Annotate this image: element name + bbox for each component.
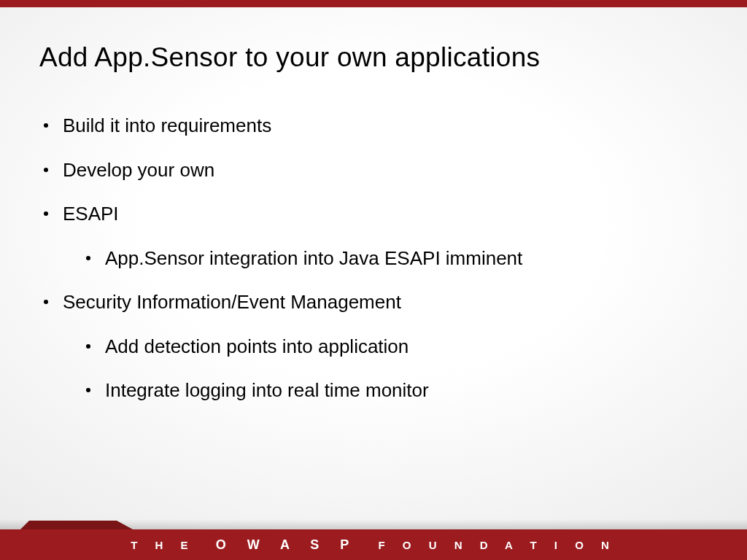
top-accent-bar	[0, 0, 747, 7]
bullet-text: ESAPI	[63, 202, 119, 226]
bullet-dot-icon	[44, 300, 48, 304]
bullet-item: Security Information/Event Management	[44, 290, 718, 314]
footer-bar: T H E O W A S P F O U N D A T I O N	[0, 529, 747, 560]
bullet-item: ESAPI	[44, 202, 718, 226]
bullet-dot-icon	[86, 344, 90, 349]
bullet-text: Integrate logging into real time monitor	[105, 378, 429, 402]
bullet-dot-icon	[86, 256, 90, 260]
bullet-dot-icon	[44, 211, 48, 216]
bullet-dot-icon	[86, 388, 90, 392]
bullet-item: Integrate logging into real time monitor	[86, 378, 718, 402]
bullet-item: Develop your own	[44, 158, 718, 182]
footer-text: T H E O W A S P F O U N D A T I O N	[131, 537, 616, 553]
bullet-text: Add detection points into application	[105, 335, 409, 359]
bullet-item: Add detection points into application	[86, 335, 718, 359]
slide-title: Add App.Sensor to your own applications	[39, 42, 540, 73]
bullet-dot-icon	[44, 123, 48, 128]
bullet-text: Build it into requirements	[63, 114, 271, 138]
bullet-item: App.Sensor integration into Java ESAPI i…	[86, 246, 718, 271]
slide-body: Build it into requirements Develop your …	[44, 114, 718, 423]
bullet-dot-icon	[44, 168, 48, 172]
bullet-text: Develop your own	[63, 158, 214, 182]
footer-text-right: F O U N D A T I O N	[378, 539, 616, 551]
bullet-item: Build it into requirements	[44, 114, 718, 138]
bullet-text: App.Sensor integration into Java ESAPI i…	[105, 246, 522, 271]
footer-ribbon-icon	[29, 521, 117, 529]
footer-text-center: O W A S P	[216, 537, 358, 552]
slide-footer: T H E O W A S P F O U N D A T I O N	[0, 516, 747, 560]
footer-text-left: T H E	[131, 539, 195, 551]
bullet-text: Security Information/Event Management	[63, 290, 401, 314]
